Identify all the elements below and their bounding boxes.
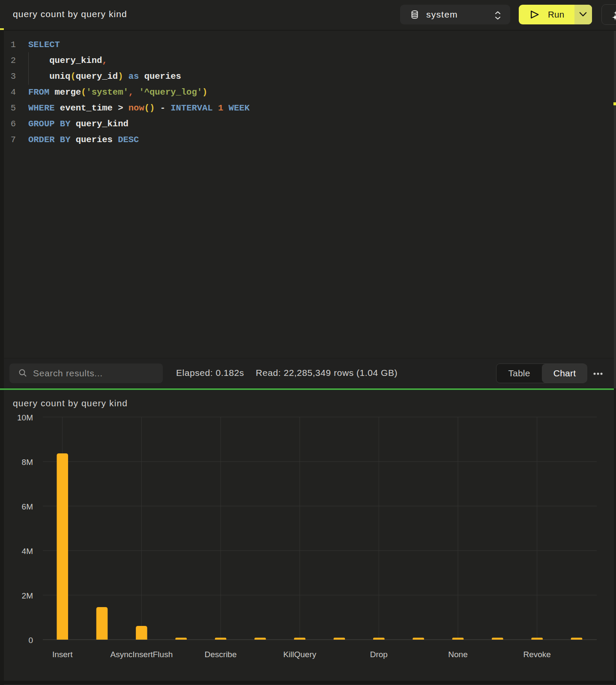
svg-text:Describe: Describe bbox=[205, 650, 237, 659]
svg-text:Drop: Drop bbox=[370, 650, 388, 659]
svg-text:Revoke: Revoke bbox=[523, 650, 550, 659]
svg-text:8M: 8M bbox=[22, 458, 33, 467]
svg-text:2M: 2M bbox=[22, 591, 33, 600]
svg-text:None: None bbox=[448, 650, 467, 659]
svg-text:KillQuery: KillQuery bbox=[283, 650, 317, 659]
svg-text:10M: 10M bbox=[17, 413, 33, 422]
svg-text:0: 0 bbox=[28, 636, 33, 645]
svg-text:4M: 4M bbox=[22, 547, 33, 556]
svg-text:AsyncInsertFlush: AsyncInsertFlush bbox=[110, 650, 173, 659]
svg-text:6M: 6M bbox=[22, 502, 33, 511]
svg-text:Insert: Insert bbox=[52, 650, 73, 659]
